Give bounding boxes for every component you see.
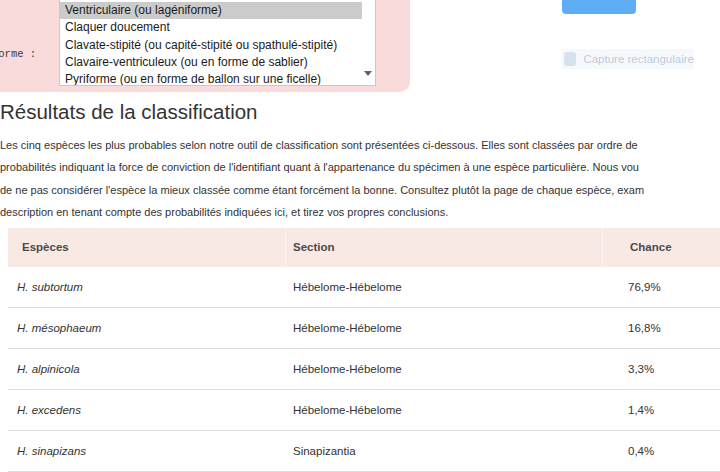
scroll-down-arrow-icon[interactable] [364,71,372,76]
chance-cell: 16,8% [628,308,661,349]
species-link[interactable]: H. excedens [17,390,81,431]
column-header-species: Espèces [22,228,69,267]
table-row: H. sinapizans Sinapizantia 0,4% [8,431,720,472]
page-viewport: Forme : Ventriculaire (ou lagéniforme) C… [0,0,720,472]
species-link[interactable]: H. sinapizans [17,431,86,472]
capture-overlay-label: Capture rectangulaire [583,53,694,65]
results-title: Résultats de la classification [0,100,258,124]
forme-field-label: Forme : [0,48,36,60]
section-cell: Hébelome-Hébelome [293,267,402,308]
listbox-option[interactable]: Clavaire-ventriculeux (ou en forme de sa… [60,54,362,71]
column-header-section: Section [293,228,335,267]
capture-overlay: Capture rectangulaire [561,49,694,69]
table-header-row: Espèces Section Chance [8,228,720,267]
classification-table: Espèces Section Chance H. subtortum Hébe… [8,228,720,472]
primary-button[interactable] [562,0,636,14]
results-description-line: description en tenant compte des probabi… [0,201,720,223]
chance-cell: 1,4% [628,390,654,431]
section-cell: Hébelome-Hébelome [293,390,402,431]
listbox-option[interactable]: Claquer doucement [60,19,362,36]
table-row: H. subtortum Hébelome-Hébelome 76,9% [8,267,720,308]
species-link[interactable]: H. mésophaeum [17,308,101,349]
species-link[interactable]: H. subtortum [17,267,83,308]
section-cell: Hébelome-Hébelome [293,308,402,349]
results-description-line: probabilités indiquant la force de convi… [0,156,720,178]
column-divider [285,228,286,267]
results-description: Les cinq espèces les plus probables selo… [0,134,720,223]
capture-icon [564,52,576,66]
listbox-option[interactable]: Ventriculaire (ou lagéniforme) [60,2,362,19]
column-header-chance: Chance [630,228,672,267]
results-description-line: Les cinq espèces les plus probables selo… [0,134,720,156]
table-row: H. excedens Hébelome-Hébelome 1,4% [8,390,720,431]
table-row: H. alpinicola Hébelome-Hébelome 3,3% [8,349,720,390]
chance-cell: 3,3% [628,349,654,390]
chance-cell: 76,9% [628,267,661,308]
forme-listbox-options: Ventriculaire (ou lagéniforme) Claquer d… [60,2,375,86]
listbox-option[interactable]: Pyriforme (ou en forme de ballon sur une… [60,71,362,86]
section-cell: Hébelome-Hébelome [293,349,402,390]
results-description-line: de ne pas considérer l'espèce la mieux c… [0,179,720,201]
forme-listbox[interactable]: Ventriculaire (ou lagéniforme) Claquer d… [59,0,376,86]
table-row: H. mésophaeum Hébelome-Hébelome 16,8% [8,308,720,349]
listbox-option[interactable]: Clavate-stipité (ou capité-stipité ou sp… [60,37,362,54]
species-link[interactable]: H. alpinicola [17,349,80,390]
column-divider [602,228,603,267]
section-cell: Sinapizantia [293,431,356,472]
chance-cell: 0,4% [628,431,654,472]
